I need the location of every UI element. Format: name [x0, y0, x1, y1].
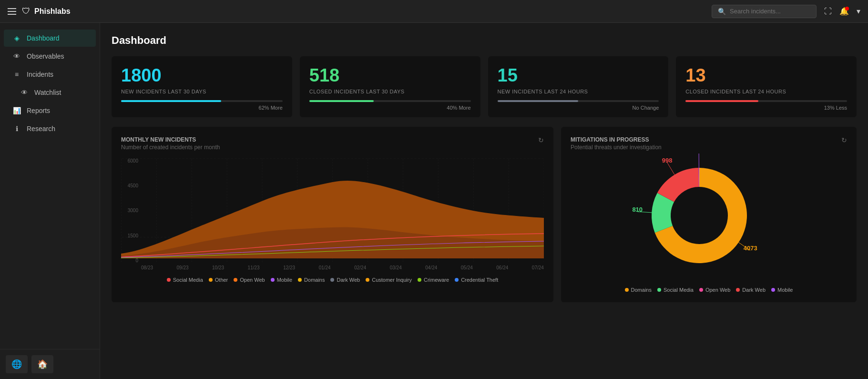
app-name: Phishlabs: [34, 7, 71, 16]
monthly-legend-item: Customer Inquiry: [366, 277, 412, 283]
legend-label: Dark Web: [742, 287, 766, 293]
x-label: 11/23: [248, 265, 260, 270]
legend-label: Social Media: [173, 277, 203, 283]
donut-label-Domains: 4073: [744, 245, 757, 252]
donut-legend-item: Open Web: [699, 287, 730, 293]
expand-button[interactable]: ⛶: [824, 7, 832, 16]
donut-chart-refresh-button[interactable]: ↻: [841, 136, 847, 144]
stat-bar-container-new24: [498, 100, 659, 102]
legend-label: Customer Inquiry: [372, 277, 412, 283]
stat-card-new24: 15 NEW INCIDENTS LAST 24 HOURS No Change: [488, 56, 669, 117]
content-area: Dashboard 1800 NEW INCIDENTS LAST 30 DAY…: [100, 23, 868, 379]
notification-button[interactable]: 🔔: [839, 7, 849, 16]
legend-dot: [455, 278, 459, 282]
stat-label-closed30: CLOSED INCIDENTS LAST 30 DAYS: [309, 89, 471, 94]
legend-dot: [209, 278, 213, 282]
sidebar-item-research[interactable]: ℹ Research: [4, 120, 96, 137]
stat-label-closed24: CLOSED INCIDENTS LAST 24 HOURS: [685, 89, 847, 94]
legend-label: Domains: [631, 287, 652, 293]
stat-number-new24: 15: [498, 66, 659, 86]
search-bar[interactable]: 🔍: [712, 5, 817, 18]
chart-title-block: MONTHLY NEW INCIDENTS Number of created …: [121, 136, 220, 158]
legend-label: Mobile: [277, 277, 292, 283]
watchlist-eye-icon: 👁: [20, 89, 29, 96]
monthly-chart-subtitle: Number of created incidents per month: [121, 144, 220, 151]
x-label: 07/24: [532, 265, 544, 270]
monthly-legend-item: Dark Web: [330, 277, 360, 283]
chart-header: MONTHLY NEW INCIDENTS Number of created …: [121, 136, 544, 158]
legend-dot: [771, 288, 775, 292]
legend-label: Crimeware: [424, 277, 449, 283]
legend-label: Dark Web: [337, 277, 360, 283]
stat-bar-new24: [498, 100, 578, 102]
monthly-chart-title: MONTHLY NEW INCIDENTS: [121, 136, 220, 143]
info-icon: ℹ: [12, 125, 21, 133]
sidebar-item-label-research: Research: [27, 125, 55, 133]
legend-label: Social Media: [664, 287, 694, 293]
dropdown-toggle[interactable]: ▾: [857, 7, 860, 16]
stat-bar-container-closed30: [309, 100, 471, 102]
legend-dot: [167, 278, 171, 282]
legend-label: Credential Theft: [461, 277, 498, 283]
legend-label: Open Web: [705, 287, 730, 293]
sidebar-item-reports[interactable]: 📊 Reports: [4, 102, 96, 119]
hamburger-menu-button[interactable]: [8, 8, 16, 15]
home-icon-button[interactable]: 🏠: [31, 355, 53, 373]
stat-change-closed30: 40% More: [309, 105, 471, 111]
x-label: 01/24: [319, 265, 331, 270]
sidebar-item-dashboard[interactable]: ◈ Dashboard: [4, 30, 96, 47]
legend-dot: [418, 278, 421, 282]
monthly-legend-item: Crimeware: [418, 277, 449, 283]
sidebar-item-observables[interactable]: 👁 Observables: [4, 48, 96, 65]
stat-number-closed24: 13: [685, 66, 847, 86]
monthly-legend-item: Other: [209, 277, 228, 283]
sidebar-item-watchlist[interactable]: 👁 Watchlist: [4, 84, 96, 101]
legend-dot: [366, 278, 369, 282]
chevron-down-icon: ▾: [857, 7, 860, 15]
donut-legend-item: Domains: [625, 287, 652, 293]
monthly-incidents-chart: MONTHLY NEW INCIDENTS Number of created …: [112, 127, 553, 302]
expand-icon: ⛶: [824, 7, 832, 15]
sidebar: ◈ Dashboard 👁 Observables ≡ Incidents 👁 …: [0, 23, 100, 379]
legend-dot: [271, 278, 275, 282]
stat-change-new30: 62% More: [121, 105, 283, 111]
donut-legend-item: Social Media: [657, 287, 694, 293]
x-label: 06/24: [496, 265, 508, 270]
notification-dot: [845, 7, 849, 10]
search-icon: 🔍: [718, 8, 726, 15]
donut-line: [667, 163, 675, 175]
top-bar: 🛡 Phishlabs 🔍 ⛶ 🔔 ▾: [0, 0, 868, 23]
stat-bar-container-new30: [121, 100, 283, 102]
global-icon-button[interactable]: 🌐: [6, 355, 28, 373]
monthly-chart-refresh-button[interactable]: ↻: [538, 136, 544, 144]
sidebar-footer: 🌐 🏠: [0, 349, 100, 379]
stat-change-closed24: 13% Less: [685, 105, 847, 111]
donut-legend-item: Mobile: [771, 287, 793, 293]
x-label: 05/24: [461, 265, 473, 270]
x-label: 02/24: [354, 265, 366, 270]
area-chart-svg: [121, 158, 544, 263]
legend-dot: [234, 278, 237, 282]
stat-label-new24: NEW INCIDENTS LAST 24 HOURS: [498, 89, 659, 94]
logo-area: 🛡 Phishlabs: [22, 6, 71, 16]
sidebar-nav: ◈ Dashboard 👁 Observables ≡ Incidents 👁 …: [0, 23, 100, 349]
x-label: 10/23: [212, 265, 224, 270]
top-bar-left: 🛡 Phishlabs: [8, 6, 71, 16]
eye-icon: 👁: [12, 52, 21, 60]
legend-label: Other: [215, 277, 228, 283]
search-input[interactable]: [730, 8, 810, 15]
stat-card-new30: 1800 NEW INCIDENTS LAST 30 DAYS 62% More: [112, 56, 292, 117]
stat-number-new30: 1800: [121, 66, 283, 86]
monthly-legend-item: Credential Theft: [455, 277, 498, 283]
monthly-legend-item: Mobile: [271, 277, 292, 283]
monthly-legend-item: Domains: [298, 277, 325, 283]
legend-dot: [657, 288, 661, 292]
legend-dot: [298, 278, 302, 282]
stat-cards: 1800 NEW INCIDENTS LAST 30 DAYS 62% More…: [112, 56, 857, 117]
sidebar-item-label-incidents: Incidents: [27, 71, 53, 78]
donut-chart-wrap: 407381099812: [571, 158, 847, 282]
sidebar-item-incidents[interactable]: ≡ Incidents: [4, 66, 96, 83]
sidebar-item-label-watchlist: Watchlist: [34, 89, 61, 96]
donut-chart-title: MITIGATIONS IN PROGRESS: [571, 136, 662, 143]
charts-row: MONTHLY NEW INCIDENTS Number of created …: [112, 127, 857, 302]
